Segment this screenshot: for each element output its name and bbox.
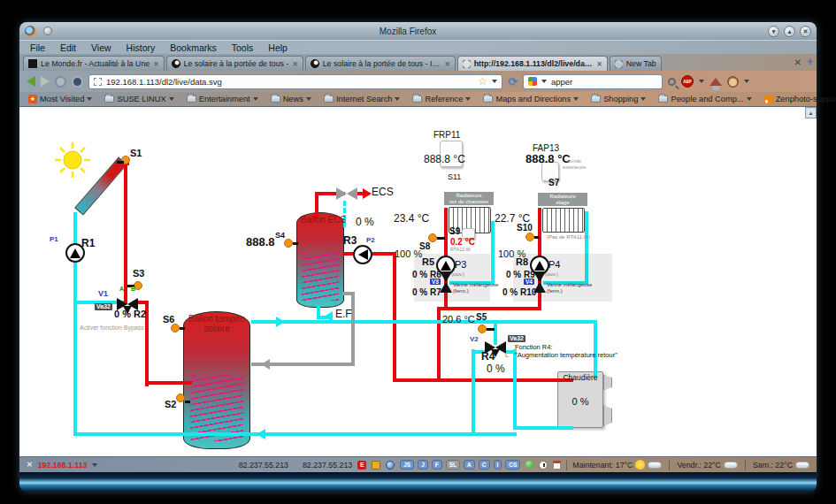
statusbar-badge-a[interactable]: A	[464, 460, 475, 470]
statusbar-badge-f[interactable]: F	[432, 460, 442, 470]
menu-item-history[interactable]: History	[127, 42, 156, 53]
adblock-icon[interactable]: ABP	[681, 75, 694, 88]
bookmark-item-shopping[interactable]: Shopping	[591, 95, 646, 103]
stop-button[interactable]	[72, 76, 83, 88]
s1-label: S1	[130, 148, 142, 158]
pipe-red-11	[393, 378, 573, 382]
r3-label: R3	[343, 235, 357, 247]
bookmark-item-people-and-comp[interactable]: People and Comp...	[658, 95, 751, 103]
greasemonkey-dropdown-icon[interactable]	[744, 80, 749, 83]
sticky-button[interactable]	[43, 27, 52, 35]
bookmark-item-entertainment[interactable]: Entertainment	[187, 95, 258, 103]
tank1-title: Ballon tampon solaire	[188, 314, 246, 333]
tab-5[interactable]: New Tab	[610, 56, 662, 71]
tab-close-icon[interactable]: ✕	[444, 60, 449, 68]
bookmark-label: SUSE LINUX	[117, 95, 165, 103]
bookmark-item-news[interactable]: News	[271, 95, 311, 103]
close-button[interactable]: ✕	[800, 26, 811, 37]
url-input[interactable]	[106, 77, 473, 87]
weather-item-0[interactable]: Maintenant: 17°C	[572, 460, 662, 470]
bookmark-item-suse-linux[interactable]: SUSE LINUX	[104, 95, 173, 103]
menu-item-edit[interactable]: Edit	[60, 42, 76, 53]
statusbar-site: 192.168.1.113	[38, 461, 88, 470]
tab-close-icon[interactable]: ✕	[596, 60, 602, 68]
clock-icon[interactable]	[539, 461, 548, 470]
bookmark-item-maps-and-directions[interactable]: Maps and Directions	[483, 95, 579, 103]
statusbar-badge-cs[interactable]: CS	[505, 460, 520, 470]
url-dropdown-icon[interactable]	[492, 80, 497, 83]
weather-item-2[interactable]: Sam.: 22°C	[753, 461, 809, 470]
statusbar-badge-c[interactable]: C	[479, 460, 490, 470]
bookmark-item-reference[interactable]: Reference	[412, 95, 471, 103]
folder-icon	[104, 95, 114, 103]
pipe-red-9	[372, 252, 394, 256]
scrollbar-up-button[interactable]: ▲	[805, 107, 817, 118]
reload-button[interactable]	[55, 76, 66, 88]
chaudiere-pct: 0 %	[557, 396, 603, 407]
calendar-icon[interactable]	[553, 461, 561, 470]
statusbar-separator	[566, 460, 567, 470]
flow-arrow-bottom-return	[257, 429, 265, 439]
menu-item-bookmarks[interactable]: Bookmarks	[170, 42, 217, 53]
statusbar-badge-sl[interactable]: SL	[446, 460, 460, 470]
search-go-icon[interactable]	[668, 78, 676, 86]
bookmark-item-internet-search[interactable]: Internet Search	[324, 95, 401, 103]
tab-1[interactable]: Le Monde.fr - Actualité à la Une✕	[23, 56, 165, 71]
minimize-button[interactable]: ▾	[768, 26, 779, 37]
globe-icon[interactable]	[386, 461, 395, 470]
tabbar-close-icon[interactable]: ✕	[794, 57, 801, 67]
statusbar-badge-js[interactable]: JS	[400, 460, 414, 470]
maximize-button[interactable]: ▴	[784, 26, 795, 37]
dhw-tank-coil	[302, 253, 339, 301]
extension-e-icon[interactable]: E	[357, 461, 366, 470]
search-input[interactable]	[551, 77, 657, 87]
rta-label: RTA11-M	[450, 247, 471, 252]
statusbar-site-dropdown-icon[interactable]	[92, 463, 97, 467]
tab-4[interactable]: http://192.168.1.113/dl2/live/data.svg✕	[457, 56, 608, 71]
menu-item-tools[interactable]: Tools	[232, 42, 254, 53]
folder-icon	[187, 95, 196, 103]
tab-3[interactable]: Le solaire à la portée de tous - Index✕	[305, 56, 456, 71]
r5-label: R5	[422, 256, 434, 267]
bookmark-item-zenphoto-support[interactable]: Zenphoto-support ...	[764, 95, 836, 103]
boiler-tab-top	[603, 375, 612, 390]
new-tab-button[interactable]: +	[807, 56, 813, 68]
search-engine-dropdown-icon[interactable]	[541, 80, 547, 83]
refresh-icon[interactable]: ⟳	[508, 75, 518, 88]
bookmark-item-most-visited[interactable]: ★Most Visited	[28, 95, 92, 103]
notes-icon[interactable]	[372, 461, 380, 470]
title-bar[interactable]: Mozilla Firefox ▾ ▴ ✕	[19, 22, 817, 40]
ecs-valve-pct: 0 %	[356, 217, 374, 228]
statusbar-badge-i[interactable]: I	[494, 460, 502, 470]
flow-arrow-ecs	[363, 188, 372, 199]
melangeuse-1: Vanne mélangeuse (ferm.)	[453, 282, 506, 294]
tab-close-icon[interactable]: ✕	[292, 60, 297, 68]
ouv-1: (ouv.)	[451, 271, 464, 278]
statusbar-close-icon[interactable]: ✕	[27, 461, 33, 469]
v1-label: V1	[98, 289, 108, 298]
status-led-icon[interactable]	[525, 461, 533, 469]
p1-label: P1	[50, 236, 58, 244]
statusbar-ip2: 82.237.55.213	[303, 461, 352, 470]
generic-favicon-icon	[463, 60, 471, 68]
ecs-label: ECS	[372, 187, 394, 198]
folder-icon	[658, 95, 668, 103]
tab-2[interactable]: Le solaire à la portée de tous -✕	[166, 56, 303, 71]
menu-item-file[interactable]: File	[30, 42, 45, 53]
pipe-red-4	[145, 381, 192, 385]
tab-close-icon[interactable]: ✕	[153, 60, 158, 68]
weather-item-1[interactable]: Vendr.: 22°C	[677, 461, 738, 470]
ef-label: E.F	[335, 309, 352, 320]
menu-item-help[interactable]: Help	[268, 42, 288, 53]
forward-button[interactable]	[41, 76, 50, 87]
pipe-cyan-6	[513, 349, 517, 430]
chevron-down-icon	[747, 97, 752, 101]
greasemonkey-icon[interactable]	[727, 76, 739, 88]
cloud-icon	[724, 462, 738, 469]
home-icon[interactable]	[709, 78, 722, 86]
bookmark-star-icon[interactable]: ☆	[478, 75, 487, 88]
statusbar-badge-j[interactable]: J	[418, 460, 428, 470]
adblock-dropdown-icon[interactable]	[699, 80, 704, 83]
menu-item-view[interactable]: View	[91, 42, 111, 53]
back-button[interactable]	[27, 76, 35, 87]
